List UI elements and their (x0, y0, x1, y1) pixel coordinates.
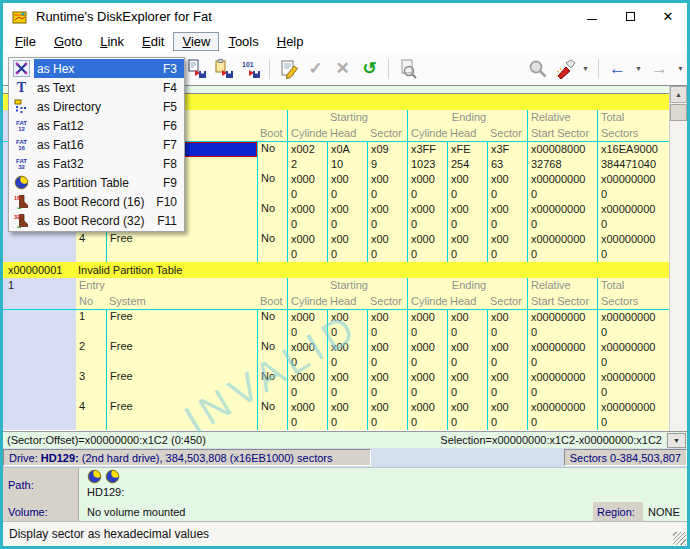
forward-dropdown[interactable]: ▼ (674, 56, 687, 82)
value-cell[interactable]: x000 (447, 310, 487, 340)
back-dropdown[interactable]: ▼ (632, 56, 645, 82)
entry-no-cell[interactable]: 4 (76, 232, 106, 262)
close-button[interactable]: ✕ (649, 3, 687, 30)
entry-no-cell[interactable]: 1 (76, 310, 106, 340)
menu-tools[interactable]: Tools (219, 32, 267, 51)
path-value[interactable]: HD129: (87, 486, 124, 498)
partition-icon[interactable] (105, 469, 120, 484)
edit-sector-button[interactable] (276, 56, 301, 82)
menu-item-as-partition-table[interactable]: as Partition Table F9 (9, 173, 184, 192)
menu-item-as-boot-record-16[interactable]: 16 as Boot Record (16) F10 (9, 192, 184, 211)
selection-dropdown-button[interactable]: ▼ (667, 433, 686, 448)
menu-item-as-text[interactable]: T as Text F4 (9, 78, 184, 97)
menu-edit[interactable]: Edit (133, 32, 173, 51)
menu-help[interactable]: Help (268, 32, 313, 51)
value-cell[interactable]: x000 (327, 202, 367, 232)
value-cell[interactable]: x0000 (407, 370, 447, 400)
value-cell[interactable]: x000 (447, 232, 487, 262)
system-cell[interactable]: Free (106, 400, 257, 430)
boot-cell[interactable]: No (257, 232, 287, 262)
value-cell[interactable]: x000000000 (527, 340, 597, 370)
value-cell[interactable]: x0000 (287, 232, 327, 262)
value-cell[interactable]: x0000 (407, 172, 447, 202)
value-cell[interactable]: x3FF1023 (407, 142, 447, 172)
value-cell[interactable]: x000 (327, 340, 367, 370)
back-button[interactable]: ← (605, 56, 630, 82)
menu-item-as-fat32[interactable]: FAT32 as Fat32 F8 (9, 154, 184, 173)
value-cell[interactable]: x0000 (407, 340, 447, 370)
value-cell[interactable]: x000 (327, 400, 367, 430)
highlight-button[interactable] (552, 56, 577, 82)
value-cell[interactable]: x000 (487, 310, 527, 340)
value-cell[interactable]: x000 (367, 172, 407, 202)
value-cell[interactable]: x3F63 (487, 142, 527, 172)
value-cell[interactable]: x16EA9000384471040 (597, 142, 669, 172)
discard-changes-button[interactable]: ✕ (330, 56, 355, 82)
value-cell[interactable]: x000 (447, 340, 487, 370)
value-cell[interactable]: x0000 (287, 310, 327, 340)
boot-cell[interactable]: No (257, 172, 287, 202)
export-to-file-button[interactable] (184, 56, 209, 82)
value-cell[interactable]: x000 (327, 370, 367, 400)
value-cell[interactable]: x0000 (287, 400, 327, 430)
value-cell[interactable]: x000000000 (527, 172, 597, 202)
value-cell[interactable]: x0000 (407, 232, 447, 262)
value-cell[interactable]: x0000 (407, 400, 447, 430)
value-cell[interactable]: x000 (447, 400, 487, 430)
menu-link[interactable]: Link (91, 32, 133, 51)
value-cell[interactable]: x000 (367, 370, 407, 400)
value-cell[interactable]: x0022 (287, 142, 327, 172)
menu-file[interactable]: File (6, 32, 45, 51)
boot-cell[interactable]: No (257, 340, 287, 370)
boot-cell[interactable]: No (257, 400, 287, 430)
value-cell[interactable]: x0000800032768 (527, 142, 597, 172)
partition-icon[interactable] (87, 469, 102, 484)
value-cell[interactable]: x0A10 (327, 142, 367, 172)
value-cell[interactable]: x000 (487, 172, 527, 202)
print-preview-button[interactable] (395, 56, 420, 82)
maximize-button[interactable] (611, 3, 649, 30)
export-binary-button[interactable]: 101 (238, 56, 263, 82)
value-cell[interactable]: x000 (487, 202, 527, 232)
value-cell[interactable]: x000000000 (597, 232, 669, 262)
export-to-clipboard-button[interactable] (211, 56, 236, 82)
menu-item-as-hex[interactable]: as Hex F3 (9, 59, 184, 78)
value-cell[interactable]: x000 (447, 202, 487, 232)
value-cell[interactable]: x000000000 (527, 370, 597, 400)
value-cell[interactable]: x000 (327, 310, 367, 340)
value-cell[interactable]: x000 (447, 172, 487, 202)
highlight-dropdown[interactable]: ▼ (579, 56, 592, 82)
undo-button[interactable]: ↺ (357, 56, 382, 82)
value-cell[interactable]: x000 (487, 232, 527, 262)
value-cell[interactable]: x0000 (287, 340, 327, 370)
menu-item-as-boot-record-32[interactable]: 32 as Boot Record (32) F11 (9, 211, 184, 230)
value-cell[interactable]: x000 (327, 172, 367, 202)
system-cell[interactable]: Free (106, 310, 257, 340)
menu-goto[interactable]: Goto (45, 32, 91, 51)
entry-no-cell[interactable]: 2 (76, 340, 106, 370)
menu-view[interactable]: View (173, 32, 219, 51)
system-cell[interactable]: Free (106, 340, 257, 370)
apply-changes-button[interactable]: ✓ (303, 56, 328, 82)
value-cell[interactable]: x000000000 (597, 172, 669, 202)
system-cell[interactable]: Free (106, 370, 257, 400)
minimize-button[interactable] (573, 3, 611, 30)
forward-button[interactable]: → (647, 56, 672, 82)
value-cell[interactable]: x000000000 (597, 310, 669, 340)
resize-grip[interactable] (673, 532, 686, 545)
value-cell[interactable]: x000000000 (527, 202, 597, 232)
value-cell[interactable]: x0000 (287, 370, 327, 400)
system-cell[interactable]: Free (106, 232, 257, 262)
value-cell[interactable]: x000000000 (597, 340, 669, 370)
boot-cell[interactable]: No (257, 310, 287, 340)
value-cell[interactable]: x0000 (407, 310, 447, 340)
vertical-scrollbar[interactable]: ▲ (669, 86, 687, 431)
entry-no-cell[interactable]: 3 (76, 370, 106, 400)
value-cell[interactable]: x000 (447, 370, 487, 400)
menu-item-as-directory[interactable]: as Directory F5 (9, 97, 184, 116)
menu-item-as-fat16[interactable]: FAT16 as Fat16 F7 (9, 135, 184, 154)
entry-no-cell[interactable]: 4 (76, 400, 106, 430)
scrollbar-thumb[interactable] (670, 104, 687, 121)
value-cell[interactable]: x0000 (287, 202, 327, 232)
value-cell[interactable]: x000 (367, 310, 407, 340)
